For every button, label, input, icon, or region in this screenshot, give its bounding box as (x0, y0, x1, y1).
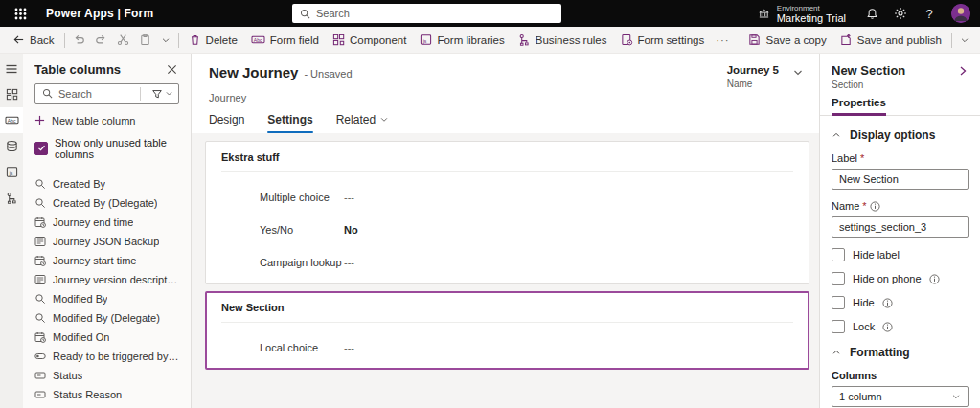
settings-gear-icon[interactable] (888, 0, 913, 27)
checkbox-lock[interactable]: Lock (832, 320, 969, 333)
show-unused-columns-checkbox[interactable]: Show only unused table columns (34, 137, 179, 160)
table-name: Journey (209, 92, 804, 103)
name-input[interactable] (832, 216, 969, 238)
columns-select[interactable]: 1 column (832, 386, 969, 407)
table-column-item[interactable]: Trigger type (23, 404, 191, 408)
form-settings-button[interactable]: Form settings (614, 29, 712, 52)
cut-scissors-icon (117, 34, 129, 46)
checkbox-hide-label[interactable]: Hide label (832, 248, 969, 261)
form-field-button[interactable]: Abc Form field (244, 29, 326, 52)
field-label: Campaign lookup (260, 257, 344, 268)
text-icon (34, 236, 46, 247)
user-avatar[interactable] (951, 4, 970, 23)
notifications-icon[interactable] (859, 0, 884, 27)
tab-settings[interactable]: Settings (267, 113, 312, 133)
tree-view-icon[interactable] (0, 185, 23, 211)
section-title: New Section (221, 302, 793, 313)
choice-icon (34, 389, 46, 400)
properties-tab-strip: Properties (820, 97, 980, 116)
tab-design[interactable]: Design (209, 113, 244, 133)
environment-picker[interactable]: Environment Marketing Trial (748, 4, 855, 24)
global-search-input[interactable]: Search (292, 4, 561, 23)
field-label: Yes/No (260, 224, 344, 236)
data-sources-icon[interactable] (0, 133, 23, 159)
header-chevron-down-icon[interactable] (792, 67, 804, 79)
checkbox[interactable] (832, 296, 845, 309)
business-rules-button[interactable]: Business rules (512, 29, 614, 52)
component-button[interactable]: Component (326, 29, 413, 52)
svg-text:js: js (422, 38, 427, 44)
checkbox[interactable] (832, 320, 845, 333)
field-value: No (344, 224, 358, 236)
table-column-item[interactable]: Journey JSON Backup (23, 232, 191, 251)
checkbox[interactable] (832, 272, 845, 285)
form-field-row[interactable]: Yes/No No (221, 224, 793, 236)
table-column-item[interactable]: Created By (23, 174, 191, 193)
form-unsaved-status: - Unsaved (304, 68, 352, 79)
clipboard-dropdown-chevron[interactable] (156, 29, 175, 52)
undo-button[interactable] (68, 29, 90, 52)
paste-button[interactable] (134, 29, 156, 52)
form-section-card[interactable]: Ekstra stuff Multiple choice --- Yes/No … (205, 141, 809, 284)
panel-title: Table columns (34, 62, 121, 77)
table-columns-panel-icon[interactable]: Abc (0, 107, 23, 133)
components-panel-icon[interactable] (0, 81, 23, 107)
table-column-item[interactable]: Modified On (23, 328, 191, 347)
checkbox-checked-icon[interactable] (34, 142, 48, 155)
columns-search-input[interactable]: Search (34, 83, 179, 104)
form-libraries-button[interactable]: js Form libraries (413, 29, 511, 52)
table-column-item[interactable]: Modified By (23, 289, 191, 308)
overflow-menu-button[interactable]: ··· (711, 29, 735, 52)
properties-panel: New Section Section Properties Display o… (819, 54, 980, 408)
table-column-item[interactable]: Journey start time (23, 251, 191, 270)
form-libraries-icon: js (420, 34, 432, 46)
checkbox[interactable] (832, 248, 845, 261)
form-settings-icon (621, 34, 633, 46)
form-field-row[interactable]: Local choice --- (221, 342, 793, 353)
table-column-item[interactable]: Modified By (Delegate) (23, 308, 191, 328)
expand-chevron-right-icon[interactable] (957, 65, 969, 77)
table-column-item[interactable]: Status Reason (23, 385, 191, 404)
form-libraries-panel-icon[interactable]: js (0, 159, 23, 185)
chevron-down-icon (951, 392, 961, 401)
hamburger-menu-icon[interactable] (0, 56, 23, 81)
app-title: Power Apps | Form (46, 7, 153, 20)
form-section-card[interactable]: New Section Local choice --- (205, 291, 809, 370)
delete-button[interactable]: Delete (182, 29, 244, 52)
waffle-menu-icon[interactable] (6, 0, 34, 27)
save-and-publish-button[interactable]: Save and publish (833, 29, 948, 52)
field-label: Multiple choice (260, 192, 344, 203)
checkbox-hide[interactable]: Hide (832, 296, 969, 309)
back-button[interactable]: Back (6, 29, 61, 52)
table-column-item[interactable]: Journey end time (23, 213, 191, 232)
redo-button[interactable] (90, 29, 112, 52)
lookup-icon (34, 197, 46, 209)
save-options-chevron[interactable] (955, 29, 974, 52)
label-input[interactable] (832, 169, 969, 190)
close-panel-icon[interactable] (165, 62, 179, 77)
save-a-copy-button[interactable]: Save a copy (741, 29, 832, 52)
filter-button[interactable] (147, 84, 178, 103)
display-options-header[interactable]: Display options (832, 128, 969, 142)
header-field-value: Journey 5 (727, 64, 779, 77)
table-column-item[interactable]: Journey version description (23, 270, 191, 289)
chevron-down-icon (165, 89, 173, 98)
table-column-item[interactable]: Created By (Delegate) (23, 193, 191, 213)
divider (140, 87, 141, 101)
new-table-column-button[interactable]: New table column (34, 115, 179, 126)
cut-button[interactable] (112, 29, 134, 52)
form-field-row[interactable]: Campaign lookup --- (221, 257, 793, 268)
search-placeholder: Search (316, 8, 350, 19)
formatting-header[interactable]: Formatting (832, 346, 969, 359)
text-icon (34, 274, 46, 285)
help-icon[interactable]: ? (917, 0, 942, 27)
divider (951, 33, 952, 48)
table-column-item[interactable]: Ready to be triggered by segment r... (23, 347, 191, 366)
table-column-item[interactable]: Status (23, 366, 191, 385)
checkbox-hide-on-phone[interactable]: Hide on phone (832, 272, 969, 285)
tab-related[interactable]: Related (336, 113, 389, 133)
environment-icon (758, 8, 770, 20)
form-field-row[interactable]: Multiple choice --- (221, 192, 793, 203)
tab-properties[interactable]: Properties (832, 97, 886, 116)
info-icon (929, 274, 940, 284)
